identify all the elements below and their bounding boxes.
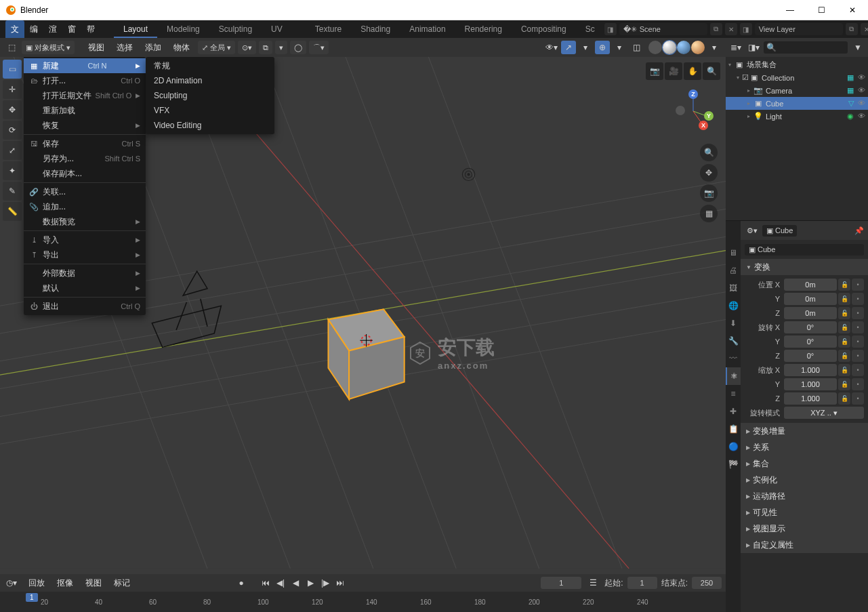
tool-rotate[interactable]: ⟳ [3, 121, 22, 140]
layer-browse-icon[interactable]: ◨ [740, 23, 752, 35]
file-menu-item[interactable]: 恢复▶ [24, 118, 146, 133]
props-tab[interactable]: 📋 [726, 420, 741, 438]
tool-annotate[interactable]: ✎ [3, 182, 22, 201]
timeline-ruler[interactable]: 1 20406080100120140160180200220240 [0, 592, 726, 612]
lock-icon[interactable]: 🔓 [838, 307, 850, 319]
prop-value-field[interactable]: 1.000 [784, 378, 837, 390]
view-persp-icon[interactable]: ▦ [700, 205, 718, 222]
axis-x[interactable]: X [699, 121, 708, 130]
visibility-icon[interactable]: 👁▾ [544, 41, 559, 54]
workspace-tab[interactable]: Compositing [512, 20, 576, 38]
keyframe-prev-icon[interactable]: ◀| [274, 577, 287, 589]
file-menu-item[interactable]: 🖫保存Ctrl S [24, 136, 146, 151]
overlay-toggle[interactable]: ⊕ [595, 41, 610, 54]
timeline-editor-icon[interactable]: ◷▾ [4, 576, 19, 590]
outliner-item[interactable]: ▸▣Cube▽👁 [726, 97, 868, 110]
anim-icon[interactable]: • [852, 364, 864, 376]
file-menu-item[interactable]: 数据预览▶ [24, 214, 146, 229]
gizmo-camera-icon[interactable]: 📷 [646, 62, 663, 80]
panel-header[interactable]: ▶可见性 [741, 504, 868, 521]
axis-y[interactable]: Y [704, 111, 714, 121]
prop-value-field[interactable]: 0m [784, 279, 837, 291]
mode-dropdown[interactable]: ▣ 对象模式 ▾ [22, 41, 75, 54]
workspace-tab[interactable]: Layout [114, 20, 157, 38]
gizmo-dropdown[interactable]: ▾ [578, 41, 593, 54]
axis-z[interactable]: Z [688, 89, 698, 99]
prop-value-field[interactable]: 1.000 [784, 392, 837, 405]
axis-neg[interactable] [676, 106, 685, 115]
axis-gizmo[interactable]: Z Y X [673, 91, 714, 131]
panel-header[interactable]: ▶运动路径 [741, 488, 868, 504]
panel-header[interactable]: ▶视图显示 [741, 521, 868, 537]
file-menu-item[interactable]: 保存副本... [24, 166, 146, 181]
gizmo-render-icon[interactable]: 🎥 [665, 62, 682, 80]
workspace-tab[interactable]: UV Editing [262, 20, 306, 38]
menu-渲染[interactable]: 渲染 [43, 20, 62, 38]
prop-value-field[interactable]: 0° [784, 335, 837, 348]
workspace-tab[interactable]: Sc [576, 20, 604, 38]
props-tab[interactable]: ⚛ [726, 367, 741, 385]
submenu-item[interactable]: Sculpting [146, 88, 274, 103]
rot-mode-dropdown[interactable]: XYZ .. ▾ [784, 407, 864, 419]
xray-toggle[interactable]: ◫ [629, 41, 644, 54]
minimize-button[interactable]: — [774, 0, 806, 20]
shading-rendered[interactable] [691, 41, 705, 54]
workspace-tab[interactable]: Rendering [455, 20, 512, 38]
scene-delete-button[interactable]: ✕ [725, 23, 737, 35]
editor-type-icon[interactable]: ⬚ [4, 41, 19, 54]
panel-header[interactable]: ▶自定义属性 [741, 537, 868, 553]
file-menu-item[interactable]: ⏻退出Ctrl Q [24, 299, 146, 314]
submenu-item[interactable]: Video Editing [146, 118, 274, 133]
maximize-button[interactable]: ☐ [806, 0, 837, 20]
submenu-item[interactable]: VFX [146, 103, 274, 118]
submenu-item[interactable]: 常规 [146, 58, 274, 73]
gizmo-toggle[interactable]: ↗ [561, 41, 576, 54]
prop-value-field[interactable]: 0° [784, 350, 837, 362]
current-frame-field[interactable]: 1 [541, 577, 581, 589]
layer-delete-button[interactable]: ✕ [861, 23, 868, 35]
anim-icon[interactable]: • [852, 279, 864, 291]
outliner-item[interactable]: ▸📷Camera▦👁 [726, 84, 868, 97]
playhead[interactable]: 1 [26, 593, 38, 602]
vp-menu[interactable]: 物体 [168, 41, 195, 54]
shading-wireframe[interactable] [648, 41, 662, 54]
outliner-filter-icon[interactable]: ▼ [850, 41, 865, 54]
gizmo-zoom-icon[interactable]: 🔍 [703, 62, 720, 80]
tool-measure[interactable]: 📏 [3, 202, 22, 221]
anim-icon[interactable]: • [852, 335, 864, 348]
keyframe-next-icon[interactable]: |▶ [318, 577, 332, 589]
props-tab[interactable]: 🔧 [726, 332, 741, 350]
file-menu-item[interactable]: 另存为...Shift Ctrl S [24, 151, 146, 166]
workspace-tab[interactable]: Animation [400, 20, 455, 38]
timeline-menu[interactable]: 抠像 [51, 576, 79, 590]
view-layer-field[interactable]: View Layer [755, 23, 843, 35]
props-editor-icon[interactable]: ⚙▾ [745, 224, 760, 237]
scene-browse-icon[interactable]: ◨ [604, 23, 617, 35]
anim-icon[interactable]: • [852, 392, 864, 405]
menu-帮助[interactable]: 帮助 [81, 20, 100, 38]
snap-dropdown[interactable]: ▾ [275, 41, 287, 54]
panel-header[interactable]: ▶变换增量 [741, 423, 868, 439]
tool-transform[interactable]: ✦ [3, 161, 22, 180]
proportional-dropdown[interactable]: ⌒▾ [309, 41, 329, 54]
props-tab[interactable]: ≡ [726, 385, 741, 403]
menu-文件[interactable]: 文件 [5, 20, 24, 38]
scene-name-field[interactable]: �✳Scene [619, 23, 707, 35]
pivot-dropdown[interactable]: ⊙▾ [238, 41, 256, 54]
autokey-toggle[interactable]: ● [234, 577, 248, 589]
lock-icon[interactable]: 🔓 [838, 279, 850, 291]
timeline-menu[interactable]: 视图 [80, 576, 107, 590]
view-pan-icon[interactable]: ✥ [700, 164, 718, 182]
panel-header[interactable]: ▶集合 [741, 455, 868, 472]
props-tab[interactable]: 🖥 [726, 244, 741, 262]
vp-menu[interactable]: 添加 [140, 41, 167, 54]
file-menu-item[interactable]: ⤓导入▶ [24, 232, 146, 247]
props-tab[interactable]: 〰 [726, 350, 741, 367]
play-icon[interactable]: ▶ [304, 577, 317, 589]
outliner-editor-icon[interactable]: ≣▾ [728, 41, 743, 54]
timeline-menu[interactable]: 标记 [108, 576, 136, 590]
anim-icon[interactable]: • [852, 293, 864, 305]
tool-move[interactable]: ✥ [3, 100, 22, 119]
proportional-toggle[interactable]: ◯ [290, 41, 306, 54]
shading-solid[interactable] [663, 41, 676, 54]
